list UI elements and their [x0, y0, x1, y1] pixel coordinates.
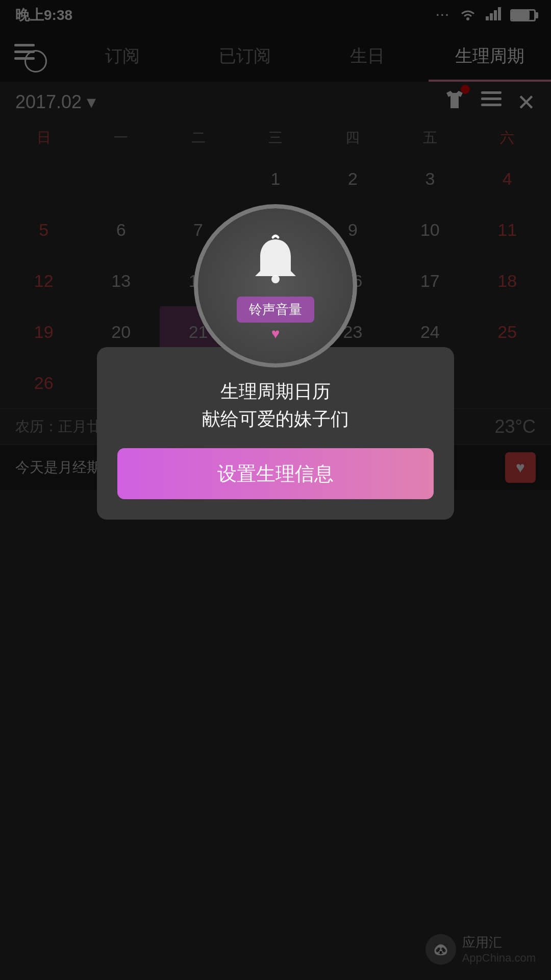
modal-title: 生理周期日历 献给可爱的妹子们 [202, 378, 349, 433]
bell-volume-circle: 铃声音量 ♥ [194, 204, 357, 368]
bell-heart-icon: ♥ [271, 326, 280, 342]
setup-cycle-button[interactable]: 设置生理信息 [117, 448, 434, 499]
svg-point-8 [271, 275, 280, 283]
bell-icon [245, 230, 306, 291]
modal-card: 铃声音量 ♥ 生理周期日历 献给可爱的妹子们 设置生理信息 [97, 204, 454, 520]
volume-label: 铃声音量 [237, 297, 314, 323]
modal-body: 生理周期日历 献给可爱的妹子们 设置生理信息 [97, 347, 454, 520]
modal-overlay: 铃声音量 ♥ 生理周期日历 献给可爱的妹子们 设置生理信息 [0, 0, 551, 980]
bell-circle-container: 铃声音量 ♥ [194, 204, 357, 368]
